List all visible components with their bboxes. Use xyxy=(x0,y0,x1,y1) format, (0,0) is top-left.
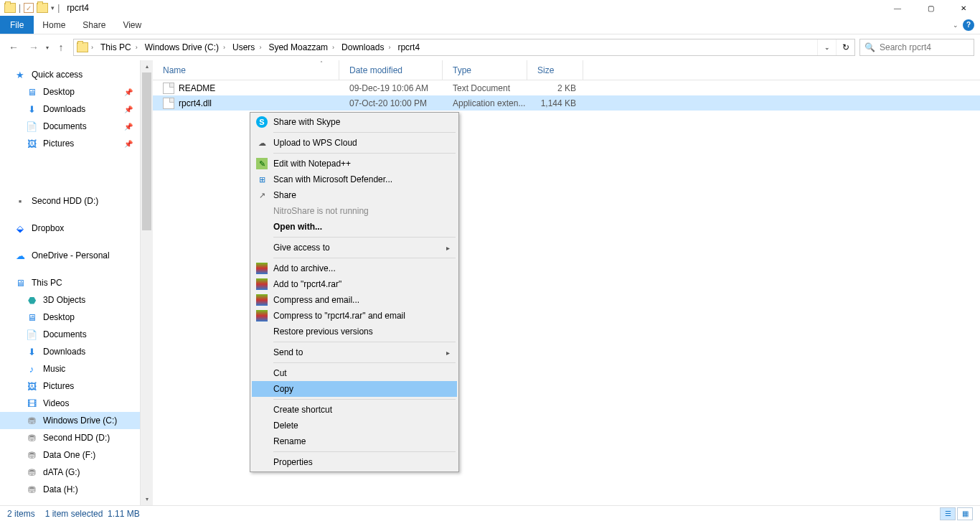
sidebar-music[interactable]: ♪Music xyxy=(0,360,140,377)
scroll-down-icon[interactable]: ▾ xyxy=(141,493,153,505)
ctx-cut[interactable]: Cut xyxy=(252,365,457,381)
ctx-properties[interactable]: Properties xyxy=(252,454,457,470)
sidebar-documents2[interactable]: 📄Documents xyxy=(0,326,140,343)
pictures-icon: 🖼 xyxy=(26,138,37,149)
drive-icon: ⛃ xyxy=(26,484,37,495)
breadcrumb-users[interactable]: Users xyxy=(228,39,256,55)
sidebar-windows-drive[interactable]: ⛃Windows Drive (C:) xyxy=(0,412,140,429)
ctx-delete[interactable]: Delete xyxy=(252,418,457,433)
breadcrumb-drive[interactable]: Windows Drive (C:) xyxy=(141,39,220,55)
up-button[interactable]: ↑ xyxy=(53,39,69,55)
breadcrumb-thispc[interactable]: This PC xyxy=(96,39,133,55)
cube-icon: ⬣ xyxy=(26,294,37,306)
maximize-button[interactable]: ▢ xyxy=(914,0,947,16)
ctx-edit-npp[interactable]: ✎Edit with Notepad++ xyxy=(252,156,457,172)
cloud-icon: ☁ xyxy=(256,137,268,149)
ctx-rename[interactable]: Rename xyxy=(252,433,457,449)
menu-share[interactable]: Share xyxy=(74,16,114,34)
sidebar-scrollbar[interactable]: ▴ ▾ xyxy=(141,60,153,505)
breadcrumb-user[interactable]: Syed Moazzam xyxy=(264,39,329,55)
view-details-button[interactable]: ☰ xyxy=(940,507,956,520)
minimize-button[interactable]: — xyxy=(881,0,914,16)
ctx-open-with[interactable]: Open with... xyxy=(252,219,457,235)
ctx-upload-wps[interactable]: ☁Upload to WPS Cloud xyxy=(252,135,457,151)
ctx-share-skype[interactable]: SShare with Skype xyxy=(252,114,457,130)
sidebar-3dobjects[interactable]: ⬣3D Objects xyxy=(0,291,140,309)
ctx-compress-rar-email[interactable]: Compress to "rpcrt4.rar" and email xyxy=(252,308,457,324)
sidebar-desktop2[interactable]: 🖥Desktop xyxy=(0,309,140,326)
close-button[interactable]: ✕ xyxy=(947,0,980,16)
ctx-scan-defender[interactable]: ⊞Scan with Microsoft Defender... xyxy=(252,172,457,187)
menu-home[interactable]: Home xyxy=(34,16,74,34)
ctx-copy[interactable]: Copy xyxy=(252,381,457,397)
ctx-share[interactable]: ↗Share xyxy=(252,187,457,203)
sidebar-onedrive[interactable]: ☁OneDrive - Personal xyxy=(0,247,140,264)
sidebar-desktop[interactable]: 🖥Desktop📌 xyxy=(0,83,140,100)
download-icon: ⬇ xyxy=(26,346,37,357)
archive-icon xyxy=(256,310,268,321)
back-button[interactable]: ← xyxy=(6,39,22,55)
drive-icon: ⛃ xyxy=(26,466,37,478)
sidebar: ★Quick access 🖥Desktop📌 ⬇Downloads📌 📄Doc… xyxy=(0,60,141,505)
music-icon: ♪ xyxy=(26,363,37,375)
ctx-restore-versions[interactable]: Restore previous versions xyxy=(252,324,457,339)
drive-icon: ⛃ xyxy=(26,432,37,443)
sidebar-quick-access[interactable]: ★Quick access xyxy=(0,66,140,83)
file-row[interactable]: README 09-Dec-19 10:06 AM Text Document … xyxy=(153,80,980,95)
onedrive-icon: ☁ xyxy=(14,250,26,261)
ribbon-collapse-icon[interactable]: ⌄ xyxy=(953,22,958,29)
title-bar: | ✓ ▾ | rpcrt4 — ▢ ✕ xyxy=(0,0,980,16)
qat-open-icon[interactable] xyxy=(37,3,48,13)
ctx-send-to[interactable]: Send to▸ xyxy=(252,344,457,360)
sidebar-downloads[interactable]: ⬇Downloads📌 xyxy=(0,100,140,118)
address-bar[interactable]: › This PC› Windows Drive (C:)› Users› Sy… xyxy=(73,39,855,56)
app-icon xyxy=(4,3,16,13)
pin-icon: 📌 xyxy=(124,105,133,113)
ctx-compress-email[interactable]: Compress and email... xyxy=(252,292,457,308)
pc-icon: 🖥 xyxy=(14,277,26,288)
ctx-create-shortcut[interactable]: Create shortcut xyxy=(252,402,457,418)
sidebar-second-hdd[interactable]: ▪Second HDD (D:) xyxy=(0,192,140,210)
column-type[interactable]: Type xyxy=(443,60,527,80)
file-row[interactable]: rpcrt4.dll 07-Oct-20 10:00 PM Applicatio… xyxy=(153,95,980,111)
ctx-add-archive[interactable]: Add to archive... xyxy=(252,260,457,276)
view-large-button[interactable]: ▦ xyxy=(957,507,973,520)
sidebar-videos[interactable]: 🎞Videos xyxy=(0,395,140,412)
address-dropdown-icon[interactable]: ⌄ xyxy=(817,39,836,55)
ribbon: File Home Share View ⌄ ? xyxy=(0,16,980,34)
scroll-thumb[interactable] xyxy=(142,72,151,230)
qat-customize-icon[interactable]: ▾ xyxy=(51,4,55,11)
sidebar-pictures[interactable]: 🖼Pictures📌 xyxy=(0,135,140,152)
sidebar-data-h[interactable]: ⛃Data (H:) xyxy=(0,481,140,498)
notepadpp-icon: ✎ xyxy=(256,158,268,169)
history-dropdown-icon[interactable]: ▾ xyxy=(46,44,49,51)
menu-view[interactable]: View xyxy=(114,16,150,34)
column-size[interactable]: Size xyxy=(527,60,583,80)
search-input[interactable]: 🔍 Search rpcrt4 xyxy=(859,39,974,56)
breadcrumb-current[interactable]: rpcrt4 xyxy=(393,39,421,55)
column-date[interactable]: Date modified xyxy=(339,60,443,80)
menu-file[interactable]: File xyxy=(0,16,34,34)
refresh-icon[interactable]: ↻ xyxy=(836,39,854,55)
sidebar-data-f[interactable]: ⛃Data One (F:) xyxy=(0,446,140,464)
qat-properties-icon[interactable]: ✓ xyxy=(24,3,34,13)
column-headers: Name˄ Date modified Type Size xyxy=(153,60,980,80)
sidebar-data-g[interactable]: ⛃dATA (G:) xyxy=(0,464,140,481)
status-selected: 1 item selected 1.11 MB xyxy=(45,509,140,519)
ctx-add-rar[interactable]: Add to "rpcrt4.rar" xyxy=(252,276,457,292)
breadcrumb-downloads[interactable]: Downloads xyxy=(337,39,385,55)
column-name[interactable]: Name˄ xyxy=(153,60,339,80)
sidebar-pictures2[interactable]: 🖼Pictures xyxy=(0,377,140,395)
sidebar-thispc[interactable]: 🖥This PC xyxy=(0,274,140,291)
sidebar-downloads2[interactable]: ⬇Downloads xyxy=(0,343,140,360)
sidebar-second-hdd2[interactable]: ⛃Second HDD (D:) xyxy=(0,429,140,446)
chevron-right-icon[interactable]: › xyxy=(88,44,96,51)
sidebar-documents[interactable]: 📄Documents📌 xyxy=(0,118,140,135)
sidebar-dropbox[interactable]: ⬙Dropbox xyxy=(0,220,140,237)
desktop-icon: 🖥 xyxy=(26,86,37,98)
archive-icon xyxy=(256,294,268,306)
ctx-give-access[interactable]: Give access to▸ xyxy=(252,240,457,255)
help-icon[interactable]: ? xyxy=(963,19,974,31)
scroll-up-icon[interactable]: ▴ xyxy=(141,60,153,72)
forward-button[interactable]: → xyxy=(26,39,42,55)
